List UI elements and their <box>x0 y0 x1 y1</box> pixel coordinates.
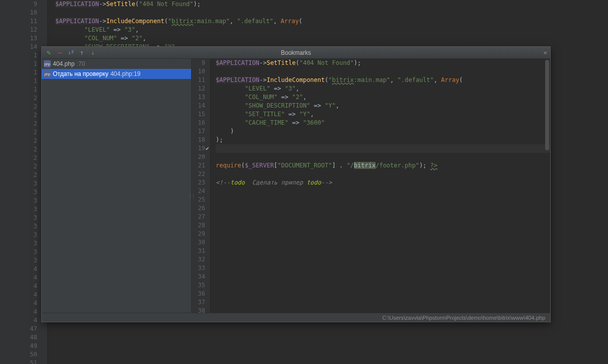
line-number: 2 <box>0 137 47 145</box>
code-line: $APPLICATION->IncludeComponent("bitrix:m… <box>55 17 608 26</box>
line-number: 4 <box>0 316 47 325</box>
line-number: 2 <box>0 103 47 111</box>
line-number: 29 <box>192 230 210 238</box>
line-number: 3 <box>0 239 47 248</box>
popup-titlebar[interactable]: ✎ — ↓ª ↑ ↓ Bookmarks × <box>42 47 550 59</box>
line-number: 14 <box>0 43 47 51</box>
line-number: 10 <box>0 9 47 17</box>
bookmark-preview: ⋮⋮⋮⋮⋮⋮ 910111213141516171819202122232425… <box>192 59 550 313</box>
bookmark-item[interactable]: php404.php :70 <box>42 59 191 69</box>
code-line: "COL_NUM" => "2", <box>55 34 608 43</box>
popup-toolbar: ✎ — ↓ª ↑ ↓ <box>42 49 100 57</box>
move-up-icon[interactable]: ↑ <box>78 49 86 57</box>
line-number: 3 <box>0 256 47 265</box>
line-number: 15 <box>192 110 210 119</box>
line-number: 26 <box>192 204 210 213</box>
line-number: 27 <box>192 213 210 221</box>
line-number: 30 <box>192 238 210 247</box>
line-number: 2 <box>0 111 47 120</box>
code-line: $APPLICATION->IncludeComponent("bitrix:m… <box>216 76 550 84</box>
line-number: 1 <box>0 60 47 68</box>
line-number: 12 <box>0 26 47 34</box>
line-number: 16 <box>192 119 210 127</box>
code-line: "LEVEL" => "3", <box>55 26 608 34</box>
php-file-icon: php <box>44 70 51 77</box>
bookmark-label: Отдать на проверку <box>53 70 108 77</box>
code-line: "LEVEL" => "3", <box>216 84 550 93</box>
code-line <box>55 9 608 17</box>
line-number: 13 <box>192 93 210 102</box>
line-number: 50 <box>0 350 47 359</box>
line-number: 14 <box>192 102 210 110</box>
line-number: 17 <box>192 127 210 136</box>
line-number: 2 <box>0 128 47 137</box>
line-number: 31 <box>192 247 210 255</box>
code-line: ) <box>216 127 550 136</box>
preview-scrollbar[interactable] <box>545 60 549 150</box>
splitter-handle[interactable]: ⋮⋮⋮⋮⋮⋮ <box>189 195 192 204</box>
bookmarks-popup: ✎ — ↓ª ↑ ↓ Bookmarks × php404.php :70php… <box>41 46 551 322</box>
line-number: 3 <box>0 188 47 197</box>
delete-icon[interactable]: — <box>56 49 64 57</box>
line-number: 36 <box>192 290 210 298</box>
line-number: 3 <box>0 231 47 239</box>
sort-icon[interactable]: ↓ª <box>67 49 75 57</box>
line-number: 9 <box>192 59 210 67</box>
code-line: $APPLICATION->SetTitle("404 Not Found"); <box>55 0 608 9</box>
code-line <box>216 153 550 161</box>
line-number: 23 <box>192 178 210 187</box>
line-number: 3 <box>0 197 47 205</box>
line-number: 28 <box>192 221 210 230</box>
line-number: 2 <box>0 145 47 154</box>
popup-title: Bookmarks <box>281 49 311 56</box>
code-line <box>216 170 550 178</box>
preview-gutter: 9101112131415161718192021222324252627282… <box>192 59 211 313</box>
edit-icon[interactable]: ✎ <box>45 49 53 57</box>
line-number: 51 <box>0 359 47 364</box>
line-number: 4 <box>0 308 47 316</box>
line-number: 2 <box>0 162 47 171</box>
line-number: 18 <box>192 136 210 144</box>
line-number: 33 <box>192 264 210 272</box>
bookmark-location: 404.php:19 <box>110 70 140 77</box>
line-number: 1 <box>0 77 47 85</box>
line-number: 49 <box>0 342 47 350</box>
code-line: $APPLICATION->SetTitle("404 Not Found"); <box>216 59 550 67</box>
line-number: 11 <box>0 17 47 26</box>
move-down-icon[interactable]: ↓ <box>89 49 97 57</box>
line-number: 4 <box>0 291 47 299</box>
line-number: 22 <box>192 170 210 178</box>
bookmark-list[interactable]: php404.php :70phpОтдать на проверку 404.… <box>42 59 192 313</box>
line-number: 10 <box>192 67 210 76</box>
code-line <box>216 67 550 76</box>
line-number: 2 <box>0 154 47 162</box>
code-line: "COL_NUM" => "2", <box>216 93 550 102</box>
bg-gutter: 9101112131411111222222222233333333334444… <box>0 0 48 364</box>
line-number: 47 <box>0 325 47 333</box>
bookmark-label: 404.php <box>53 60 74 67</box>
bookmark-item[interactable]: phpОтдать на проверку 404.php:19 <box>42 69 191 79</box>
close-icon[interactable]: × <box>543 49 547 56</box>
line-number: 1 <box>0 51 47 60</box>
line-number: 3 <box>0 205 47 214</box>
line-number: 3 <box>0 179 47 188</box>
line-number: 4 <box>0 265 47 274</box>
line-number: 13 <box>0 34 47 43</box>
preview-code[interactable]: $APPLICATION->SetTitle("404 Not Found");… <box>211 59 550 313</box>
php-file-icon: php <box>44 60 51 67</box>
line-number: 21 <box>192 161 210 170</box>
code-line: <!--todo Сделать припер todo--> <box>216 178 550 187</box>
line-number: 37 <box>192 298 210 307</box>
code-line: "SHOW_DESCRIPTION" => "Y", <box>216 102 550 110</box>
line-number: 1 <box>0 85 47 94</box>
code-line: ); <box>216 136 550 144</box>
line-number: 1 <box>0 68 47 77</box>
line-number: 4 <box>0 274 47 282</box>
code-line: "SET_TITLE" => "Y", <box>216 110 550 119</box>
code-line: require($_SERVER["DOCUMENT_ROOT"] . "/bi… <box>216 161 550 170</box>
bookmark-check-icon: ✔ <box>206 144 209 153</box>
line-number: 2 <box>0 171 47 179</box>
bookmark-location: :70 <box>76 60 85 67</box>
line-number: 3 <box>0 214 47 222</box>
line-number: 32 <box>192 255 210 264</box>
